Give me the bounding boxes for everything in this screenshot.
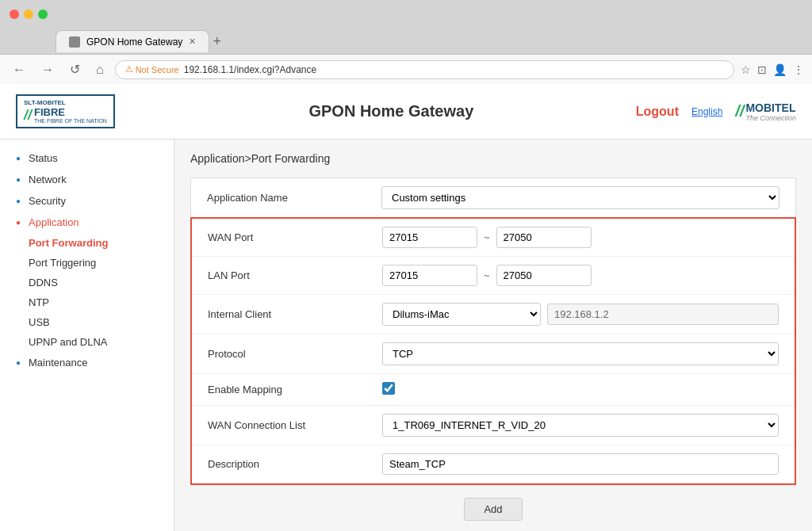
star-icon[interactable]: ☆	[741, 63, 751, 76]
not-secure-indicator: ⚠ Not Secure	[125, 64, 179, 74]
enable-mapping-control	[382, 382, 779, 397]
traffic-lights	[10, 10, 48, 19]
breadcrumb: Application>Port Forwarding	[190, 152, 796, 165]
sidebar-label-security: Security	[29, 195, 66, 207]
sidebar: ● Status ● Network ● Security ● Applicat…	[0, 139, 174, 531]
tab-favicon	[69, 36, 80, 48]
lan-port-row: LAN Port ~	[192, 257, 795, 295]
internal-client-ip-input[interactable]	[547, 304, 779, 325]
header-right: Logout English // MOBITEL The Connection	[636, 101, 796, 122]
sidebar-item-security[interactable]: ● Security	[0, 190, 174, 212]
logo-sub-text: THE FIBRE OF THE NATION	[34, 118, 107, 124]
tab-bar: GPON Home Gateway ✕ +	[0, 29, 812, 54]
wan-connection-row: WAN Connection List 1_TR069_INTERNET_R_V…	[192, 406, 795, 445]
maintenance-icon: ●	[13, 357, 24, 369]
sidebar-label-application: Application	[29, 216, 79, 228]
url-bar[interactable]: ⚠ Not Secure 192.168.1.1/index.cgi?Advan…	[115, 60, 734, 79]
lan-port-label: LAN Port	[208, 269, 382, 281]
sidebar-subitem-usb[interactable]: USB	[0, 312, 174, 332]
port-forwarding-label: Port Forwarding	[29, 237, 108, 249]
sidebar-subitem-port-triggering[interactable]: Port Triggering	[0, 253, 174, 273]
ddns-label: DDNS	[29, 277, 58, 288]
address-bar: ← → ↺ ⌂ ⚠ Not Secure 192.168.1.1/index.c…	[0, 54, 812, 84]
ntp-label: NTP	[29, 296, 49, 308]
content-area: Application>Port Forwarding Application …	[174, 139, 812, 531]
client-group: Dilums-iMac	[382, 303, 779, 326]
app-name-label: Application Name	[207, 192, 381, 204]
maximize-button[interactable]	[38, 10, 48, 19]
lan-port-from-input[interactable]	[382, 265, 477, 286]
wan-port-to-input[interactable]	[496, 227, 592, 248]
internal-client-select[interactable]: Dilums-iMac	[382, 303, 541, 326]
close-button[interactable]	[10, 10, 19, 19]
browser-chrome: GPON Home Gateway ✕ + ← → ↺ ⌂ ⚠ Not Secu…	[0, 0, 812, 84]
connection-text: The Connection	[745, 114, 796, 122]
app-name-select[interactable]: Custom settings	[381, 186, 779, 209]
toolbar-right: ☆ ⊡ 👤 ⋮	[741, 63, 804, 76]
app-name-section: Application Name Custom settings	[190, 178, 796, 217]
reload-button[interactable]: ↺	[65, 60, 85, 78]
application-icon: ●	[13, 217, 24, 228]
protocol-control: TCPUDPBoth	[382, 342, 779, 365]
extensions-icon[interactable]: ⊡	[757, 63, 767, 76]
upnp-label: UPNP and DLNA	[29, 336, 107, 348]
sidebar-subitem-port-forwarding[interactable]: Port Forwarding	[0, 233, 174, 253]
page-main-title: GPON Home Gateway	[147, 102, 636, 120]
tab-title: GPON Home Gateway	[86, 36, 182, 48]
wan-port-group: ~	[382, 227, 779, 248]
menu-icon[interactable]: ⋮	[793, 63, 804, 76]
sidebar-item-network[interactable]: ● Network	[0, 169, 174, 190]
protocol-label: Protocol	[208, 348, 382, 360]
language-selector[interactable]: English	[691, 106, 722, 117]
internal-client-control: Dilums-iMac	[382, 303, 779, 326]
home-button[interactable]: ⌂	[91, 61, 109, 78]
wan-connection-label: WAN Connection List	[208, 419, 382, 431]
port-triggering-label: Port Triggering	[29, 257, 96, 269]
lan-port-control: ~	[382, 265, 779, 286]
security-icon: ●	[13, 196, 24, 207]
sidebar-item-status[interactable]: ● Status	[0, 147, 174, 169]
add-button[interactable]: Add	[464, 498, 522, 521]
protocol-select[interactable]: TCPUDPBoth	[382, 342, 779, 365]
wan-port-from-input[interactable]	[382, 227, 477, 248]
browser-tab[interactable]: GPON Home Gateway ✕	[56, 30, 209, 52]
tab-close-button[interactable]: ✕	[189, 36, 196, 47]
main-content: ● Status ● Network ● Security ● Applicat…	[0, 139, 812, 531]
sidebar-subitem-ntp[interactable]: NTP	[0, 292, 174, 312]
description-control	[382, 453, 779, 475]
logo-fibre-text: FIBRE	[34, 106, 65, 118]
slt-mobitel-text: MOBITEL	[745, 101, 796, 114]
logo-area: SLT-MOBITEL // FIBRE THE FIBRE OF THE NA…	[16, 94, 147, 128]
usb-label: USB	[29, 316, 50, 328]
sidebar-subitem-ddns[interactable]: DDNS	[0, 273, 174, 292]
sidebar-item-application[interactable]: ● Application	[0, 212, 174, 233]
description-input[interactable]	[382, 453, 779, 475]
wan-port-row: WAN Port ~	[192, 219, 795, 257]
profile-icon[interactable]: 👤	[773, 63, 787, 76]
status-icon: ●	[13, 153, 24, 164]
logo-slt-text: SLT-MOBITEL	[24, 99, 66, 106]
sidebar-subitem-upnp[interactable]: UPNP and DLNA	[0, 332, 174, 352]
slt-fibre-logo: SLT-MOBITEL // FIBRE THE FIBRE OF THE NA…	[16, 94, 115, 128]
minimize-button[interactable]	[24, 10, 33, 19]
new-tab-button[interactable]: +	[213, 33, 221, 50]
internal-client-row: Internal Client Dilums-iMac	[192, 295, 795, 334]
warning-icon: ⚠	[125, 64, 133, 74]
url-text: 192.168.1.1/index.cgi?Advance	[184, 64, 316, 75]
sidebar-label-status: Status	[29, 152, 58, 164]
sidebar-label-maintenance: Maintenance	[29, 357, 87, 369]
lan-port-group: ~	[382, 265, 779, 286]
description-label: Description	[208, 458, 382, 470]
sidebar-item-maintenance[interactable]: ● Maintenance	[0, 352, 174, 373]
logout-button[interactable]: Logout	[636, 105, 679, 119]
slt-mobitel-logo: // MOBITEL The Connection	[735, 101, 796, 122]
internal-client-label: Internal Client	[208, 308, 382, 320]
forward-button[interactable]: →	[36, 61, 59, 78]
wan-connection-select[interactable]: 1_TR069_INTERNET_R_VID_20	[382, 414, 779, 437]
lan-port-to-input[interactable]	[496, 265, 592, 286]
enable-mapping-row: Enable Mapping	[192, 374, 795, 406]
back-button[interactable]: ←	[8, 61, 30, 78]
protocol-row: Protocol TCPUDPBoth	[192, 334, 795, 374]
logo-slash-icon: //	[24, 107, 32, 124]
enable-mapping-checkbox[interactable]	[382, 382, 395, 395]
